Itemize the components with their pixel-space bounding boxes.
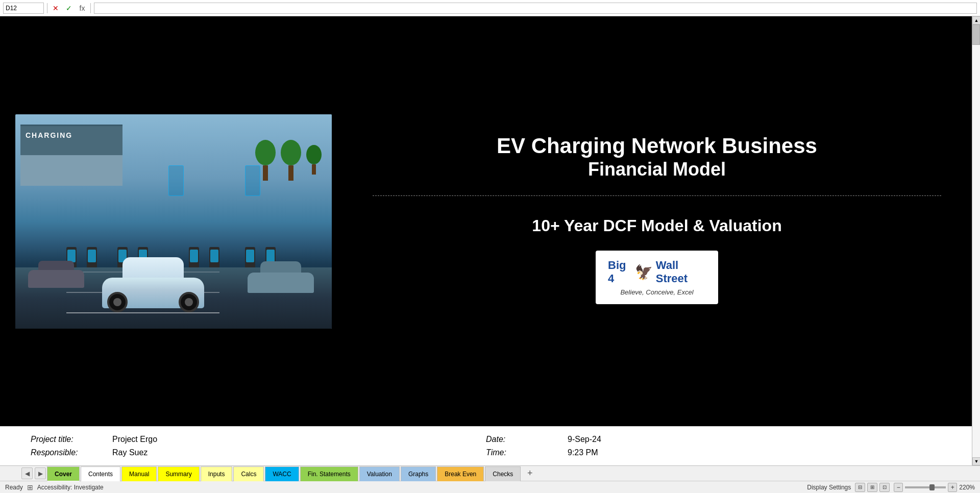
slide-container: EV Charging Network Business Financial M… [0,16,972,426]
slide-inner: EV Charging Network Business Financial M… [15,37,941,406]
time-label: Time: [486,448,557,457]
tree-top-3 [306,145,322,164]
formula-input[interactable] [94,3,977,14]
tree-trunk-1 [288,165,293,181]
car-body-bg [28,270,84,288]
project-value: Project Ergo [112,435,157,444]
zoom-level: 220% [959,484,975,491]
tree-top-2 [255,140,276,165]
tab-valuation[interactable]: Valuation [359,466,400,481]
responsible-value: Ray Suez [112,448,148,457]
responsible-row: Responsible: Ray Suez [31,448,486,457]
page-layout-icon[interactable]: ⊞ [867,483,877,492]
logo-text-row: Big 4 🦅 Wall Street [608,259,706,285]
zoom-out-button[interactable]: − [894,483,903,492]
slide-text-area: EV Charging Network Business Financial M… [352,133,941,309]
cell-reference-box[interactable]: D12 [3,3,44,14]
ev-charging-image [15,114,332,329]
zoom-in-button[interactable]: + [948,483,957,492]
logo-wallstreet-text: Wall Street [656,259,706,285]
charge-display-1 [168,165,184,196]
building-windows [20,155,122,186]
display-settings-text[interactable]: Display Settings [807,484,851,491]
formula-divider [47,3,47,13]
status-bar: Ready ⊞ Accessibility: Investigate Displ… [0,481,980,493]
slide-title-sub: Financial Model [373,159,941,180]
ev-scene [15,114,332,329]
formula-divider-2 [90,3,91,13]
tab-summary[interactable]: Summary [158,466,199,481]
tab-calcs[interactable]: Calcs [233,466,264,481]
tab-cover[interactable]: Cover [47,466,80,481]
project-label: Project title: [31,435,102,444]
cell-mode-icon: ⊞ [27,483,33,491]
tab-break-even[interactable]: Break Even [437,466,484,481]
ev-car-main [97,252,209,308]
tab-inputs[interactable]: Inputs [201,466,233,481]
zoom-slider[interactable] [905,486,946,488]
responsible-label: Responsible: [31,448,102,457]
main-area: EV Charging Network Business Financial M… [0,16,980,465]
tab-fin-statements[interactable]: Fin. Statements [300,466,358,481]
status-left: Ready ⊞ Accessibility: Investigate [5,483,802,491]
accessibility-text[interactable]: Accessibility: Investigate [37,484,104,491]
tab-wacc[interactable]: WACC [265,466,299,481]
slide-dcf-text: 10+ Year DCF Model & Valuation [373,216,941,235]
date-label: Date: [486,435,557,444]
status-right: Display Settings ⊟ ⊞ ⊡ − + 220% [807,483,975,492]
tab-checks[interactable]: Checks [485,466,521,481]
scroll-up-button[interactable]: ▲ [972,16,980,24]
car-wheel-right [179,292,199,312]
formula-bar: D12 ✕ ✓ fx [0,0,980,16]
view-icons: ⊟ ⊞ ⊡ [855,483,890,492]
zoom-controls: − + 220% [894,483,975,492]
logo-eagle-icon: 🦅 [635,264,653,281]
ev-building [20,125,122,186]
time-value: 9:23 PM [568,448,598,457]
formula-icons: ✕ ✓ fx [51,4,87,12]
ev-car-right [245,257,316,293]
metadata-area: Project title: Project Ergo Responsible:… [0,426,972,465]
tab-bar: ◀ ▶ Cover Contents Manual Summary Inputs… [0,465,980,481]
tree-top-1 [281,140,301,165]
tree-1 [281,140,301,181]
normal-view-icon[interactable]: ⊟ [855,483,865,492]
project-row: Project title: Project Ergo [31,435,486,444]
charge-display-2 [245,165,260,196]
scroll-down-button[interactable]: ▼ [972,457,980,465]
car-wheel-left [107,292,128,312]
spreadsheet-content: EV Charging Network Business Financial M… [0,16,972,465]
cancel-formula-icon[interactable]: ✕ [51,4,61,12]
page-break-icon[interactable]: ⊡ [879,483,890,492]
tab-contents[interactable]: Contents [81,466,120,481]
slide-divider [373,195,941,196]
tab-scroll-right[interactable]: ▶ [35,467,46,479]
tab-manual[interactable]: Manual [121,466,157,481]
date-value: 9-Sep-24 [568,435,601,444]
time-row: Time: 9:23 PM [486,448,941,457]
right-scrollbar: ▲ ▼ [972,16,980,465]
tab-graphs[interactable]: Graphs [401,466,436,481]
tree-trunk-3 [312,164,316,175]
tree-trunk-2 [263,165,268,181]
tab-scroll-left[interactable]: ◀ [21,467,33,479]
ev-car-background [26,257,87,288]
date-row: Date: 9-Sep-24 [486,435,941,444]
sheet-area: EV Charging Network Business Financial M… [0,16,972,465]
scroll-track[interactable] [972,24,980,457]
metadata-left: Project title: Project Ergo Responsible:… [31,435,486,457]
fx-icon[interactable]: fx [77,4,87,12]
company-logo-box: Big 4 🦅 Wall Street Believe, Conceive, E… [596,251,718,304]
slide-title-main: EV Charging Network Business [373,133,941,159]
car-body-r [248,273,314,293]
logo-big4-text: Big 4 [608,259,632,285]
add-sheet-button[interactable]: + [524,466,536,481]
scroll-thumb[interactable] [972,24,980,45]
metadata-right: Date: 9-Sep-24 Time: 9:23 PM [486,435,941,457]
logo-tagline: Believe, Conceive, Excel [620,288,693,296]
tree-3 [306,145,322,175]
ready-status: Ready [5,484,23,491]
confirm-formula-icon[interactable]: ✓ [64,4,74,12]
